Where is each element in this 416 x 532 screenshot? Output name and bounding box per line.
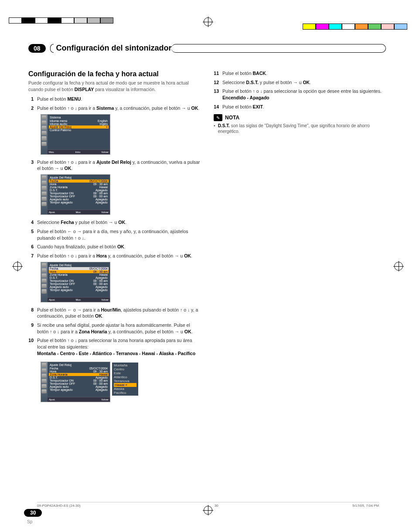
chapter-number: 08 xyxy=(28,44,46,53)
step-9: 9Si recibe una señal digital, puede ajus… xyxy=(28,322,201,335)
note-body: • D.S.T. son las siglas de "Daylight Sav… xyxy=(214,123,386,134)
footer-center: 30 xyxy=(215,504,218,508)
page-content: 08 Configuración del sintonizador Config… xyxy=(28,44,386,407)
osd-screenshot-zona-horaria: Ajuste Del Reloj Fecha05/OCT/2004 Hora09… xyxy=(41,362,110,402)
registration-mark xyxy=(204,17,212,26)
footer-right: 5/17/05, 7:04 PM xyxy=(352,504,379,508)
step-6: 6Cuando haya finalizado, pulse el botón … xyxy=(28,244,201,250)
chapter-title: Configuración del sintonizador xyxy=(56,44,172,53)
chapter-header: 08 Configuración del sintonizador xyxy=(28,44,386,53)
registration-mark xyxy=(394,262,403,271)
osd-screenshot-reloj-hora: Ajuste Del Reloj Fecha05/OCT/2004 Hora09… xyxy=(41,262,110,302)
intro-paragraph: Puede configurar la fecha y hora actual … xyxy=(28,80,201,92)
page-language: Sp xyxy=(27,519,32,524)
right-column: 11Pulse el botón BACK. 12Seleccione D.S.… xyxy=(214,70,386,407)
print-footer: 09-PDP42A3HD-ES (24-30) 30 5/17/05, 7:04… xyxy=(37,502,379,508)
step-1: 1Pulse el botón MENU. xyxy=(28,96,201,102)
step-2: 2Pulse el botón ↑ o ↓ para ir a Sistema … xyxy=(28,105,201,112)
note-label: NOTA xyxy=(225,115,239,121)
osd-screenshot-reloj-fecha: Ajuste Del Reloj Fecha05/OCT/2004 Hora09… xyxy=(41,174,110,215)
note-header: ✎ NOTA xyxy=(214,114,386,121)
page-number-badge: 30 xyxy=(24,509,42,517)
step-11: 11Pulse el botón BACK. xyxy=(214,70,386,77)
pencil-icon: ✎ xyxy=(214,114,222,121)
step-8: 8Pulse el botón ← o → para ir a Hour/Min… xyxy=(28,307,201,319)
steps-list-left: 1Pulse el botón MENU. 2Pulse el botón ↑ … xyxy=(28,96,201,111)
step-13: 13Pulse el botón ↑ o ↓ para seleccionar … xyxy=(214,88,386,101)
osd-screenshot-sistema: Sistema Idioma menúEnglish Idioma audioI… xyxy=(41,114,110,155)
left-column: Configuración de la fecha y hora actual … xyxy=(28,70,201,407)
step-3: 3Pulse el botón ↑ o ↓ para ir a Ajuste D… xyxy=(28,159,201,172)
step-14: 14Pulse el botón EXIT. xyxy=(214,104,386,110)
section-title: Configuración de la fecha y hora actual xyxy=(28,70,201,78)
step-5: 5Pulse el botón ← o → para ir a día, mes… xyxy=(28,228,201,241)
osd-timezone-list: Montaña Centro Este Atlántico Terranova … xyxy=(112,363,138,396)
footer-left: 09-PDP42A3HD-ES (24-30) xyxy=(37,504,81,508)
step-4: 4Seleccione Fecha y pulse el botón → u O… xyxy=(28,219,201,226)
step-7: 7Pulse el botón ↑ o ↓ para ir a Hora y, … xyxy=(28,253,201,259)
registration-mark xyxy=(13,262,22,271)
steps-list-right: 11Pulse el botón BACK. 12Seleccione D.S.… xyxy=(214,70,386,110)
step-12: 12Seleccione D.S.T. y pulse el botón → u… xyxy=(214,79,386,86)
step-10: 10Pulse el botón ↑ o ↓ para seleccionar … xyxy=(28,337,201,356)
